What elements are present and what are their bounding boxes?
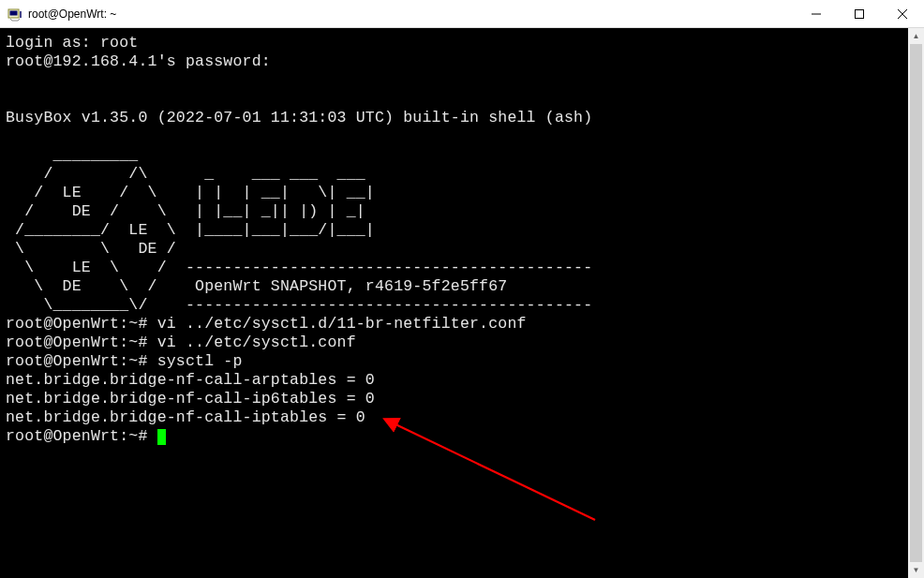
- terminal-line: [6, 71, 907, 90]
- scroll-track[interactable]: [908, 44, 924, 562]
- terminal-line: login as: root: [6, 34, 907, 52]
- cursor: [157, 429, 166, 445]
- terminal-line: / DE / \ | |__| _|| |) | _|: [6, 202, 907, 221]
- terminal[interactable]: login as: rootroot@192.168.4.1's passwor…: [0, 28, 924, 578]
- terminal-line: \ \ DE /: [6, 240, 907, 259]
- scroll-down-button[interactable]: ▼: [908, 562, 924, 578]
- minimize-button[interactable]: [795, 0, 838, 27]
- terminal-line: net.bridge.bridge-nf-call-ip6tables = 0: [6, 390, 907, 408]
- terminal-line: root@192.168.4.1's password:: [6, 52, 907, 71]
- close-button[interactable]: [881, 0, 924, 27]
- titlebar: root@OpenWrt: ~: [0, 0, 924, 28]
- maximize-button[interactable]: [838, 0, 881, 27]
- terminal-line: root@OpenWrt:~# sysctl -p: [6, 352, 907, 371]
- terminal-line: \ LE \ / -------------------------------…: [6, 259, 907, 277]
- window-title: root@OpenWrt: ~: [28, 7, 795, 21]
- terminal-line: root@OpenWrt:~#: [6, 427, 907, 446]
- scrollbar[interactable]: ▲ ▼: [908, 28, 924, 578]
- terminal-line: \ DE \ / OpenWrt SNAPSHOT, r4619-5f2e5ff…: [6, 277, 907, 296]
- terminal-line: [6, 90, 907, 109]
- terminal-line: net.bridge.bridge-nf-call-arptables = 0: [6, 371, 907, 390]
- svg-rect-4: [856, 9, 864, 18]
- svg-rect-2: [20, 11, 22, 18]
- terminal-line: \________\/ ----------------------------…: [6, 296, 907, 315]
- scroll-up-button[interactable]: ▲: [908, 28, 924, 44]
- terminal-line: root@OpenWrt:~# vi ../etc/sysctl.d/11-br…: [6, 315, 907, 333]
- terminal-line: [6, 127, 907, 146]
- terminal-line: root@OpenWrt:~# vi ../etc/sysctl.conf: [6, 333, 907, 352]
- putty-icon: [7, 7, 22, 22]
- svg-rect-1: [10, 10, 18, 15]
- terminal-line: _________: [6, 146, 907, 165]
- scroll-thumb[interactable]: [910, 44, 922, 562]
- terminal-line: BusyBox v1.35.0 (2022-07-01 11:31:03 UTC…: [6, 109, 907, 127]
- terminal-line: net.bridge.bridge-nf-call-iptables = 0: [6, 408, 907, 427]
- terminal-line: /________/ LE \ |____|___|___/|___|: [6, 221, 907, 240]
- terminal-line: / /\ _ ___ ___ ___: [6, 165, 907, 184]
- window-controls: [795, 0, 924, 27]
- terminal-line: / LE / \ | | | __| \| __|: [6, 184, 907, 202]
